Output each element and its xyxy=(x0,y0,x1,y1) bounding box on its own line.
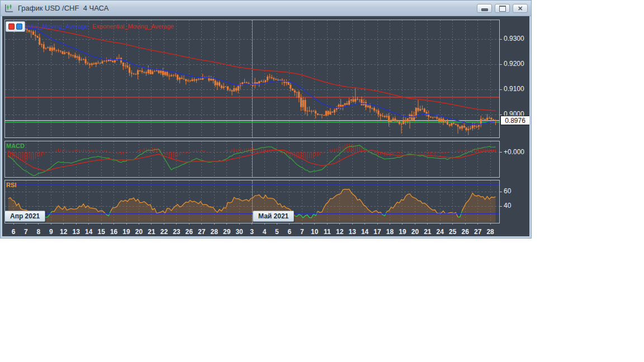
indicator-legend: Exponential_Moving_Average Exponential_M… xyxy=(7,23,174,30)
y-axis-price-tick: 0.9100 xyxy=(504,85,524,93)
macd-axis-tick: +0.000 xyxy=(504,148,524,156)
legend-red-button[interactable] xyxy=(8,23,15,30)
close-button[interactable]: ✕ xyxy=(513,4,528,13)
y-axis-price-tick: 0.9300 xyxy=(504,35,524,42)
chart-window-icon xyxy=(4,4,14,13)
rsi-axis-tick: 40 xyxy=(504,202,511,209)
current-price-label: 0.8976 xyxy=(500,116,529,125)
window-controls: ✕ xyxy=(477,4,528,13)
month-label-may-2021[interactable]: Май 2021 xyxy=(253,211,294,222)
window-title: График USD /CHF 4 ЧАСА xyxy=(18,4,108,12)
month-label-apr-2021[interactable]: Апр 2021 xyxy=(4,211,45,222)
maximize-button[interactable] xyxy=(495,4,510,13)
ema-slow-legend-label: Exponential_Moving_Average xyxy=(92,23,174,30)
maximize-icon xyxy=(499,6,506,12)
rsi-fill xyxy=(8,189,496,222)
price-chart-canvas[interactable] xyxy=(2,16,529,236)
minimize-icon xyxy=(481,8,488,11)
window-titlebar[interactable]: График USD /CHF 4 ЧАСА ✕ xyxy=(1,1,531,16)
legend-buttons-panel xyxy=(6,21,25,32)
minimize-button[interactable] xyxy=(477,4,492,13)
macd-line xyxy=(8,145,496,176)
rsi-axis-tick: 60 xyxy=(504,187,511,195)
rsi-panel-label: RSI xyxy=(6,182,16,188)
y-axis-price-tick: 0.9200 xyxy=(504,60,524,68)
macd-panel-label: MACD xyxy=(6,142,25,149)
x-axis-date-label: 28 xyxy=(483,228,498,236)
chart-window: График USD /CHF 4 ЧАСА ✕ Exponential_Mov… xyxy=(0,0,532,239)
chart-client-area[interactable]: Exponential_Moving_Average Exponential_M… xyxy=(2,16,529,236)
legend-blue-button[interactable] xyxy=(16,23,22,30)
close-icon: ✕ xyxy=(518,6,523,12)
